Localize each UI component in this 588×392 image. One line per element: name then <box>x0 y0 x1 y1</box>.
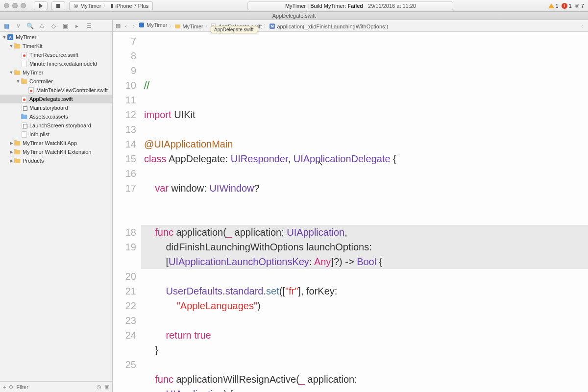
warning-icon <box>548 3 554 8</box>
navigator-filter-bar: + ⊙ ◷ ▣ <box>0 381 112 392</box>
status-time: 29/11/2016 at 11:20 <box>368 3 416 9</box>
code-line[interactable] <box>144 210 588 225</box>
run-button[interactable] <box>34 1 48 10</box>
tree-row[interactable]: ▼TimerKit <box>0 42 112 50</box>
code-line[interactable] <box>144 166 588 181</box>
code-line[interactable] <box>144 269 588 284</box>
disclosure-triangle-icon[interactable]: ▼ <box>16 79 21 84</box>
code-line[interactable] <box>144 313 588 328</box>
code-line[interactable]: // <box>144 78 588 93</box>
warning-badge[interactable]: 1 <box>548 3 559 9</box>
tree-label: TimerResource.swift <box>29 52 78 58</box>
main: ▦ ⑂ 🔍 ⚠ ◇ ▣ ▸ ☰ ▼AMyTimer▼TimerKitTimerR… <box>0 20 588 392</box>
clock-filter-icon[interactable]: ◷ <box>97 384 101 390</box>
code-line[interactable]: import UIKit <box>144 107 588 122</box>
code-line[interactable]: } <box>144 343 588 357</box>
status-text: MyTimer | Build MyTimer: Failed <box>285 3 363 9</box>
scm-filter-icon[interactable]: ▣ <box>104 384 109 390</box>
code-line[interactable] <box>144 196 588 210</box>
test-navigator-icon[interactable]: ◇ <box>50 23 57 29</box>
breadcrumb[interactable]: MyTimer〉MyTimer〉AppDelegate.swift〉Mappli… <box>138 22 389 29</box>
crumb-icon: M <box>270 24 275 29</box>
breakpoint-navigator-icon[interactable]: ▸ <box>74 23 80 29</box>
code-line[interactable]: var window: UIWindow? <box>144 181 588 196</box>
activity-status[interactable]: MyTimer | Build MyTimer: Failed 29/11/20… <box>247 1 453 10</box>
search-navigator-icon[interactable]: 🔍 <box>26 23 33 29</box>
tree-label: Products <box>23 158 44 164</box>
report-navigator-icon[interactable]: ☰ <box>85 23 92 29</box>
issue-badges[interactable]: 1 !1 ◉7 <box>548 2 584 9</box>
chevron-right-icon: 〉 <box>264 23 268 29</box>
tree-row[interactable]: Main.storyboard <box>0 103 112 112</box>
code-line[interactable] <box>144 357 588 372</box>
code-line[interactable]: func application(_ application: UIApplic… <box>141 225 588 240</box>
tab-title[interactable]: AppDelegate.swift <box>272 13 316 19</box>
debug-navigator-icon[interactable]: ▣ <box>62 23 69 29</box>
scheme-selector[interactable]: ◎ MyTimer 〉 ▮ iPhone 7 Plus <box>69 1 153 10</box>
disclosure-triangle-icon[interactable]: ▶ <box>9 141 14 146</box>
issue-navigator-icon[interactable]: ⚠ <box>38 23 45 29</box>
code-line[interactable]: didFinishLaunchingWithOptions launchOpti… <box>141 240 588 254</box>
jump-bar-overflow-icon[interactable]: ‹ <box>578 23 586 29</box>
crumb-label: application(_:didFinishLaunchingWithOpti… <box>277 24 388 29</box>
code-line[interactable] <box>144 122 588 137</box>
code-content[interactable]: ↖ //import UIKit@UIApplicationMainclass … <box>141 32 588 392</box>
tree-row[interactable]: ▶MyTimer WatchKit App <box>0 139 112 147</box>
code-line[interactable]: class AppDelegate: UIResponder, UIApplic… <box>144 151 588 166</box>
project-tree[interactable]: ▼AMyTimer▼TimerKitTimerResource.swiftMin… <box>0 32 112 381</box>
breadcrumb-segment[interactable]: 〉MyTimer <box>168 23 204 29</box>
source-control-navigator-icon[interactable]: ⑂ <box>15 23 22 29</box>
code-line[interactable]: UIApplication) { <box>144 387 588 392</box>
project-navigator-icon[interactable]: ▦ <box>3 23 10 29</box>
tree-label: MyTimer WatchKit Extension <box>23 149 91 155</box>
line-gutter[interactable]: 78910111213141516171819202122232425 <box>113 32 141 392</box>
navigator-selector: ▦ ⑂ 🔍 ⚠ ◇ ▣ ▸ ☰ <box>0 20 112 32</box>
code-line[interactable] <box>144 93 588 107</box>
code-line[interactable]: return true <box>144 328 588 343</box>
tree-row[interactable]: ▶Products <box>0 156 112 165</box>
error-badge[interactable]: !1 <box>562 3 572 9</box>
tree-label: AppDelegate.swift <box>29 96 73 102</box>
tree-row[interactable]: ▼Controller <box>0 77 112 86</box>
forward-icon[interactable]: › <box>130 23 137 29</box>
code-line[interactable]: UserDefaults.standard.set(["fr"], forKey… <box>144 284 588 298</box>
filter-input[interactable] <box>16 384 94 390</box>
close-window-button[interactable] <box>4 3 9 8</box>
code-line[interactable]: func applicationWillResignActive(_ appli… <box>144 372 588 387</box>
minimize-window-button[interactable] <box>12 3 18 8</box>
disclosure-triangle-icon[interactable]: ▶ <box>9 158 14 163</box>
related-items-icon[interactable]: ▦ <box>115 23 122 29</box>
tree-row[interactable]: ▼AMyTimer <box>0 33 112 42</box>
tree-row[interactable]: MinuteTimers.xcdatamodeld <box>0 59 112 68</box>
back-icon[interactable]: ‹ <box>122 23 129 29</box>
disclosure-triangle-icon[interactable]: ▼ <box>9 70 14 75</box>
tree-row[interactable]: ▶MyTimer WatchKit Extension <box>0 147 112 156</box>
tree-label: TimerKit <box>23 43 43 49</box>
zoom-window-button[interactable] <box>21 3 26 8</box>
editor-area: ▦ ‹ › MyTimer〉MyTimer〉AppDelegate.swift〉… <box>113 20 588 392</box>
code-line[interactable]: "AppleLanguages") <box>144 298 588 313</box>
code-line[interactable]: [UIApplicationLaunchOptionsKey: Any]?) -… <box>141 254 588 269</box>
tree-row[interactable]: LaunchScreen.storyboard <box>0 121 112 130</box>
tree-row[interactable]: ▼MyTimer <box>0 68 112 77</box>
tree-row[interactable]: Assets.xcassets <box>0 112 112 121</box>
tree-row[interactable]: Info.plist <box>0 130 112 139</box>
add-button[interactable]: + <box>3 384 6 390</box>
error-icon: ! <box>562 3 567 9</box>
issues-badge[interactable]: ◉7 <box>575 2 584 9</box>
disclosure-triangle-icon[interactable]: ▼ <box>2 35 7 40</box>
tree-row[interactable]: TimerResource.swift <box>0 50 112 59</box>
tree-row[interactable]: MainTableViewController.swift <box>0 86 112 95</box>
jump-bar[interactable]: ▦ ‹ › MyTimer〉MyTimer〉AppDelegate.swift〉… <box>113 20 588 32</box>
code-line[interactable]: @UIApplicationMain <box>144 137 588 151</box>
breadcrumb-segment[interactable]: MyTimer <box>138 22 168 28</box>
scheme-device: iPhone 7 Plus <box>115 3 148 9</box>
tree-row[interactable]: AppDelegate.swift <box>0 95 112 103</box>
breadcrumb-segment[interactable]: 〉Mapplication(_:didFinishLaunchingWithOp… <box>263 23 389 29</box>
stop-button[interactable] <box>51 1 65 10</box>
source-editor[interactable]: 78910111213141516171819202122232425 ↖ //… <box>113 32 588 392</box>
disclosure-triangle-icon[interactable]: ▶ <box>9 149 14 154</box>
crumb-icon <box>139 22 145 28</box>
target-icon: ◎ <box>74 2 78 9</box>
disclosure-triangle-icon[interactable]: ▼ <box>9 44 14 49</box>
